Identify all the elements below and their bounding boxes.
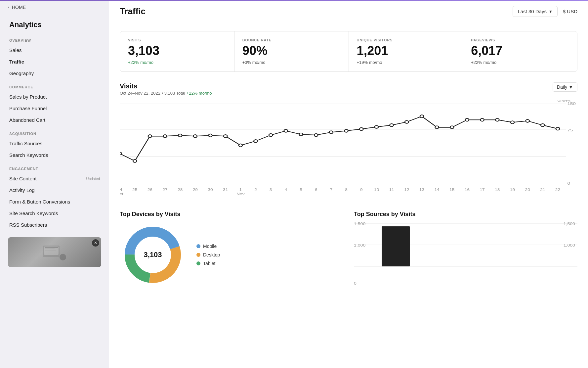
thumbnail-close-button[interactable]: ✕ [92, 239, 99, 247]
svg-text:14: 14 [434, 188, 440, 192]
chart-header: Visits Oct 24–Nov 22, 2022 • 3,103 Total… [120, 82, 577, 96]
commerce-section-label: COMMERCE [0, 79, 109, 91]
svg-point-31 [345, 129, 348, 132]
svg-point-23 [224, 135, 227, 138]
sidebar-item-sales[interactable]: Sales [0, 44, 109, 56]
daily-control-button[interactable]: Daily ▼ [553, 82, 577, 92]
tablet-dot [196, 261, 200, 265]
chevron-down-icon: ▼ [549, 9, 553, 14]
home-nav[interactable]: ‹ HOME [0, 0, 109, 15]
stat-visits-label: VISITS [128, 38, 226, 42]
donut-center-value: 3,103 [144, 251, 162, 259]
svg-point-43 [526, 119, 529, 122]
svg-point-18 [148, 135, 152, 138]
top-sources-chart: Top Sources by Visits 1,500 1,000 0 1,50… [354, 211, 577, 288]
site-content-badge: Updated [86, 177, 100, 181]
engagement-section-label: ENGAGEMENT [0, 161, 109, 173]
svg-text:12: 12 [404, 188, 409, 192]
main-content-area: Traffic Last 30 Days ▼ $ USD VISITS 3,10… [109, 0, 588, 368]
svg-text:31: 31 [223, 188, 228, 192]
svg-point-32 [359, 127, 363, 130]
svg-text:22: 22 [555, 188, 561, 192]
svg-text:Nov: Nov [236, 192, 245, 196]
desktop-label: Desktop [203, 252, 220, 257]
svg-point-17 [133, 160, 137, 162]
svg-point-37 [435, 126, 439, 129]
top-sources-title: Top Sources by Visits [354, 211, 577, 218]
chevron-left-icon: ‹ [8, 5, 9, 10]
svg-text:25: 25 [132, 188, 138, 192]
svg-text:15: 15 [449, 188, 455, 192]
svg-point-34 [390, 124, 394, 127]
svg-rect-3 [45, 249, 55, 249]
svg-point-39 [465, 118, 469, 121]
svg-point-29 [314, 134, 318, 137]
stat-card-visits: VISITS 3,103 +22% mo/mo [120, 31, 234, 71]
svg-text:1,000: 1,000 [354, 244, 365, 247]
svg-point-41 [495, 118, 499, 121]
legend-item-mobile: Mobile [196, 244, 220, 249]
top-bar-right: Last 30 Days ▼ $ USD [513, 6, 577, 17]
currency-label: $ USD [563, 9, 577, 14]
home-label: HOME [12, 5, 26, 10]
sidebar-item-rss-subscribers[interactable]: RSS Subscribers [0, 219, 109, 231]
stat-unique-change: +19% mo/mo [357, 60, 455, 65]
date-range-selector[interactable]: Last 30 Days ▼ [513, 6, 557, 17]
stat-unique-label: UNIQUE VISITORS [357, 38, 455, 42]
svg-point-35 [405, 120, 408, 123]
legend-item-desktop: Desktop [196, 252, 220, 257]
sidebar-item-traffic-sources[interactable]: Traffic Sources [0, 138, 109, 149]
page-title: Traffic [120, 6, 146, 17]
stat-pageviews-value: 6,017 [471, 44, 569, 58]
stat-pageviews-label: PAGEVIEWS [471, 38, 569, 42]
svg-point-16 [120, 152, 122, 155]
top-accent-bar [0, 0, 588, 1]
sidebar-item-traffic[interactable]: Traffic [0, 56, 109, 68]
visits-chart-title: Visits [120, 82, 212, 90]
svg-text:9: 9 [360, 188, 363, 192]
svg-rect-4 [45, 250, 56, 251]
svg-point-44 [541, 124, 544, 127]
sidebar-item-purchase-funnel[interactable]: Purchase Funnel [0, 103, 109, 114]
acquisition-section-label: ACQUISITION [0, 126, 109, 138]
legend-item-tablet: Tablet [196, 261, 220, 266]
svg-point-36 [420, 115, 424, 118]
visits-chart-subtitle: Oct 24–Nov 22, 2022 • 3,103 Total +22% m… [120, 91, 212, 96]
thumbnail-image [8, 237, 101, 267]
visits-chart-change: +22% mo/mo [187, 91, 212, 96]
svg-text:2: 2 [254, 188, 257, 192]
svg-text:18: 18 [495, 188, 500, 192]
sidebar-item-form-button[interactable]: Form & Button Conversions [0, 196, 109, 207]
svg-point-30 [329, 131, 333, 134]
sidebar-item-sales-by-product[interactable]: Sales by Product [0, 91, 109, 103]
visits-line-chart: 150 75 0 150 75 0 [120, 100, 577, 199]
main-content: VISITS 3,103 +22% mo/mo BOUNCE RATE 90% … [109, 23, 588, 296]
sidebar-item-geography[interactable]: Geography [0, 68, 109, 79]
sidebar-item-site-content[interactable]: Site Content Updated [0, 173, 109, 184]
stat-pageviews-change: +22% mo/mo [471, 60, 569, 65]
line-chart-svg: 150 75 0 150 75 0 [120, 100, 577, 199]
svg-text:VISITS: VISITS [558, 100, 570, 103]
svg-text:7: 7 [330, 188, 333, 192]
svg-text:17: 17 [480, 188, 485, 192]
stat-visits-value: 3,103 [128, 44, 226, 58]
sidebar-item-site-search-keywords[interactable]: Site Search Keywords [0, 207, 109, 219]
sidebar-item-search-keywords[interactable]: Search Keywords [0, 149, 109, 161]
svg-point-28 [299, 133, 303, 136]
svg-text:26: 26 [147, 188, 153, 192]
svg-text:10: 10 [374, 188, 379, 192]
svg-point-27 [284, 129, 288, 132]
stat-bounce-change: +3% mo/mo [242, 60, 341, 65]
sidebar-item-abandoned-cart[interactable]: Abandoned Cart [0, 114, 109, 126]
chevron-down-icon: ▼ [568, 84, 573, 90]
svg-text:0: 0 [354, 282, 357, 285]
svg-text:21: 21 [540, 188, 545, 192]
svg-text:0: 0 [567, 181, 570, 186]
svg-point-40 [481, 118, 484, 121]
svg-text:28: 28 [178, 188, 183, 192]
overview-section-label: OVERVIEW [0, 32, 109, 44]
sidebar-thumbnail: ✕ [8, 237, 101, 267]
sidebar-item-activity-log[interactable]: Activity Log [0, 184, 109, 196]
top-devices-title: Top Devices by Visits [120, 211, 343, 218]
donut-container: 3,103 Mobile Desktop [120, 222, 343, 288]
